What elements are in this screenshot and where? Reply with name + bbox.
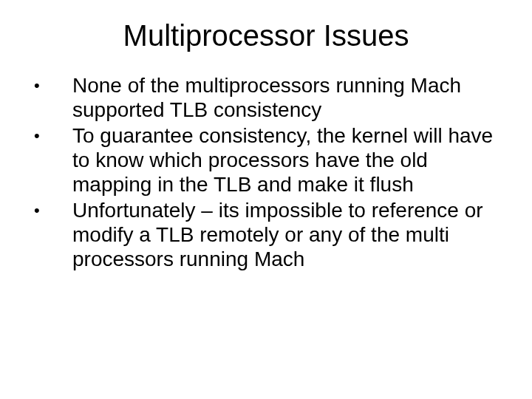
bullet-text: None of the multiprocessors running Mach…: [72, 73, 502, 122]
slide-title: Multiprocessor Issues: [30, 19, 502, 52]
bullet-text: To guarantee consistency, the kernel wil…: [72, 123, 502, 197]
bullet-icon: •: [30, 123, 72, 149]
bullet-icon: •: [30, 198, 72, 223]
bullet-icon: •: [30, 73, 72, 98]
slide: Multiprocessor Issues • None of the mult…: [0, 0, 532, 399]
list-item: • None of the multiprocessors running Ma…: [30, 73, 502, 122]
list-item: • To guarantee consistency, the kernel w…: [30, 123, 502, 197]
slide-body: • None of the multiprocessors running Ma…: [30, 73, 502, 271]
bullet-text: Unfortunately – its impossible to refere…: [72, 198, 502, 271]
list-item: • Unfortunately – its impossible to refe…: [30, 198, 502, 271]
